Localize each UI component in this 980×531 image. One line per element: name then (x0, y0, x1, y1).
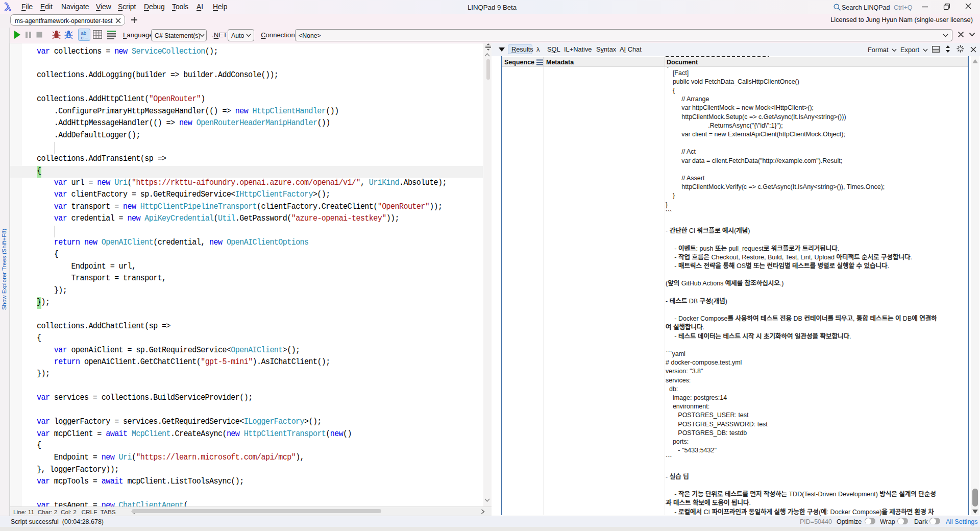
svg-text:1: 1 (67, 33, 70, 38)
